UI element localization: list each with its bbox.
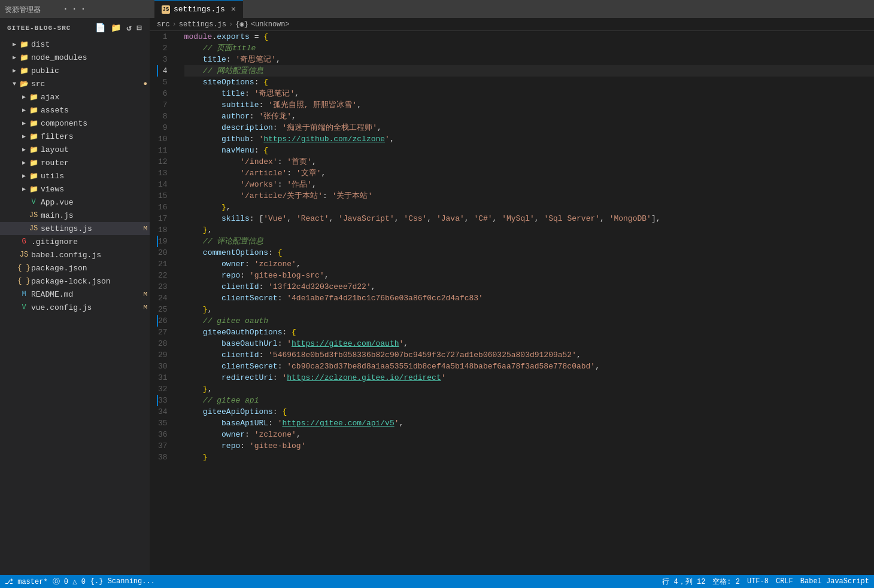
breadcrumb-unknown[interactable]: <unknown>: [251, 20, 290, 29]
cursor-position[interactable]: 行 4，列 12: [662, 577, 705, 587]
code-line[interactable]: '/index': '首页',: [184, 156, 874, 167]
code-line[interactable]: siteOptions: {: [184, 77, 874, 88]
code-line[interactable]: baseOauthUrl: 'https://gitee.com/oauth',: [184, 338, 874, 349]
code-line[interactable]: '/article/关于本站': '关于本站': [184, 190, 874, 202]
code-line[interactable]: title: '奇思笔记',: [184, 88, 874, 99]
sidebar-item-public[interactable]: ▶ 📁 public: [0, 64, 150, 77]
code-line[interactable]: },: [184, 202, 874, 213]
code-line[interactable]: description: '痴迷于前端的全栈工程师',: [184, 122, 874, 133]
line-ending[interactable]: CRLF: [776, 577, 793, 586]
sidebar-item-ajax[interactable]: ▶ 📁 ajax: [0, 90, 150, 103]
folder-icon: 📁: [29, 132, 38, 141]
sidebar-item-views[interactable]: ▶ 📁 views: [0, 182, 150, 196]
code-line[interactable]: clientSecret: 'cb90ca23bd37be8d8a1aa5355…: [184, 361, 874, 372]
code-line[interactable]: },: [184, 224, 874, 236]
sidebar-item-utils[interactable]: ▶ 📁 utils: [0, 169, 150, 182]
code-line[interactable]: owner: 'zclzone',: [184, 258, 874, 270]
code-line[interactable]: baseApiURL: 'https://gitee.com/api/v5',: [184, 418, 874, 429]
code-line[interactable]: },: [184, 304, 874, 315]
git-branch[interactable]: ⎇ master*: [5, 577, 48, 586]
title-bar-ellipsis[interactable]: ···: [62, 3, 89, 15]
code-line[interactable]: // 页面title: [184, 42, 874, 54]
collapse-arrow: ▶: [19, 159, 29, 166]
code-lines[interactable]: module.exports = { // 页面title title: '奇思…: [180, 31, 874, 575]
refresh-icon[interactable]: ↺: [126, 23, 132, 33]
code-line[interactable]: author: '张传龙',: [184, 111, 874, 122]
sidebar-item-vue-config[interactable]: ▶ V vue.config.js M: [0, 301, 150, 314]
code-line[interactable]: '/article': '文章',: [184, 167, 874, 179]
folder-icon: 📁: [29, 158, 38, 167]
tab-close-button[interactable]: ×: [231, 5, 236, 14]
sidebar-item-node-modules[interactable]: ▶ 📁 node_modules: [0, 51, 150, 64]
code-line[interactable]: }: [184, 452, 874, 463]
folder-icon: 📁: [29, 145, 38, 154]
sidebar-item-dist[interactable]: ▶ 📁 dist: [0, 38, 150, 51]
sidebar-item-package-lock[interactable]: ▶ { } package-lock.json: [0, 275, 150, 288]
line-number: 11: [157, 145, 172, 156]
sidebar-header-icons: 📄 📁 ↺ ⊟: [95, 23, 142, 33]
code-line[interactable]: owner: 'zclzone',: [184, 429, 874, 440]
encoding[interactable]: UTF-8: [747, 577, 769, 586]
code-line[interactable]: clientSecret: '4de1abe7fa4d21bc1c76b6e03…: [184, 293, 874, 304]
spaces[interactable]: 空格: 2: [712, 577, 740, 587]
code-line[interactable]: '/works': '作品',: [184, 179, 874, 190]
error-count[interactable]: ⓪ 0 △ 0: [53, 577, 86, 587]
line-number: 25: [157, 304, 172, 315]
collapse-icon[interactable]: ⊟: [137, 23, 142, 33]
code-line[interactable]: // 网站配置信息: [184, 65, 874, 77]
editor-content[interactable]: 1234567891011121314151617181920212223242…: [150, 31, 874, 575]
code-line[interactable]: module.exports = {: [184, 31, 874, 42]
code-line[interactable]: },: [184, 383, 874, 395]
js-file-icon: JS: [29, 211, 38, 220]
code-line[interactable]: // gitee oauth: [184, 315, 874, 327]
sidebar-item-filters[interactable]: ▶ 📁 filters: [0, 130, 150, 143]
breadcrumb-settings-js[interactable]: settings.js: [179, 20, 226, 29]
modified-badge: M: [143, 304, 150, 311]
code-line[interactable]: navMenu: {: [184, 145, 874, 156]
code-line[interactable]: // 评论配置信息: [184, 236, 874, 247]
line-number: 10: [157, 133, 172, 145]
collapse-arrow: ▶: [19, 106, 29, 114]
sidebar-item-readme[interactable]: ▶ M README.md M: [0, 288, 150, 301]
new-file-icon[interactable]: 📄: [95, 23, 106, 33]
code-line[interactable]: // gitee api: [184, 395, 874, 406]
sidebar-item-app-vue[interactable]: ▶ V App.vue: [0, 196, 150, 209]
tab-settings-js[interactable]: JS settings.js ×: [154, 0, 243, 18]
git-file-icon: G: [19, 237, 29, 246]
sidebar-item-package-json[interactable]: ▶ { } package.json: [0, 261, 150, 275]
code-line[interactable]: giteeOauthOptions: {: [184, 327, 874, 338]
folder-icon: 📁: [19, 66, 29, 75]
sidebar-item-settings-js[interactable]: ▶ JS settings.js M: [0, 222, 150, 235]
sidebar-tree[interactable]: ▶ 📁 dist ▶ 📁 node_modules ▶ 📁 public: [0, 38, 150, 575]
code-line[interactable]: redirectUri: 'https://zclzone.gitee.io/r…: [184, 372, 874, 383]
code-line[interactable]: repo: 'gitee-blog': [184, 440, 874, 452]
line-number: 17: [157, 213, 172, 224]
code-line[interactable]: commentOptions: {: [184, 247, 874, 258]
line-number: 1: [157, 31, 172, 42]
code-line[interactable]: clientId: '13f12c4d3203ceee7d22',: [184, 281, 874, 293]
sidebar-item-main-js[interactable]: ▶ JS main.js: [0, 209, 150, 222]
code-line[interactable]: repo: 'gitee-blog-src',: [184, 270, 874, 281]
code-line[interactable]: title: '奇思笔记',: [184, 54, 874, 65]
line-number: 5: [157, 77, 172, 88]
sidebar-item-assets[interactable]: ▶ 📁 assets: [0, 103, 150, 117]
sidebar-item-components[interactable]: ▶ 📁 components: [0, 117, 150, 130]
sidebar: GITEE-BLOG-SRC 📄 📁 ↺ ⊟ ▶ 📁 dist ▶ 📁 n: [0, 18, 150, 575]
collapse-arrow: ▶: [19, 120, 29, 127]
js-file-icon: JS: [19, 250, 29, 260]
sidebar-item-layout[interactable]: ▶ 📁 layout: [0, 143, 150, 156]
language-mode[interactable]: Babel JavaScript: [800, 577, 869, 586]
code-line[interactable]: github: 'https://github.com/zclzone',: [184, 133, 874, 145]
line-number: 15: [157, 190, 172, 202]
code-line[interactable]: skills: ['Vue', 'React', 'JavaScript', '…: [184, 213, 874, 224]
code-line[interactable]: subtitle: '孤光自照, 肝胆皆冰雪',: [184, 99, 874, 111]
sidebar-item-babel-config[interactable]: ▶ JS babel.config.js: [0, 248, 150, 261]
breadcrumb-src[interactable]: src: [157, 20, 170, 29]
sidebar-item-gitignore[interactable]: ▶ G .gitignore: [0, 235, 150, 248]
code-line[interactable]: clientId: '5469618e0b5d3fb058336b82c907b…: [184, 349, 874, 361]
sidebar-item-src[interactable]: ▼ 📂 src ●: [0, 77, 150, 90]
sidebar-item-router[interactable]: ▶ 📁 router: [0, 156, 150, 169]
code-line[interactable]: giteeApiOptions: {: [184, 406, 874, 418]
new-folder-icon[interactable]: 📁: [111, 23, 122, 33]
line-number: 18: [157, 224, 172, 236]
